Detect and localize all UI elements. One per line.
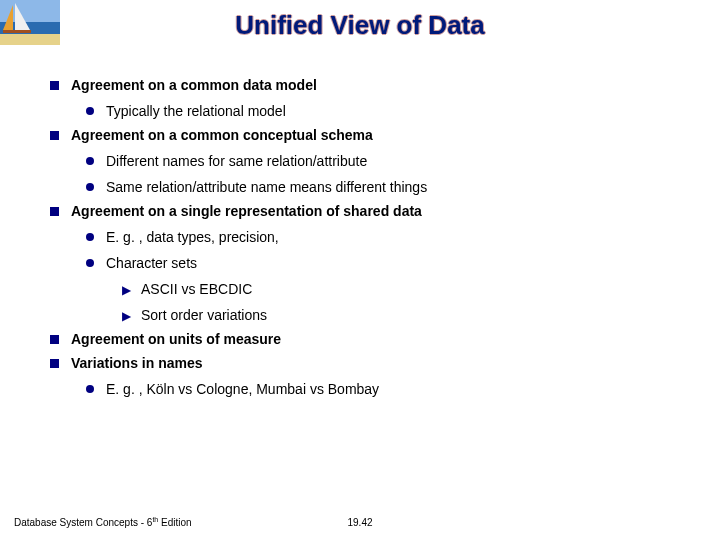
bullet-level1: Agreement on a common data model: [50, 78, 680, 92]
bullet-text: Agreement on units of measure: [71, 332, 281, 346]
round-bullet-icon: [86, 233, 94, 241]
bullet-text: ASCII vs EBCDIC: [141, 282, 252, 296]
slide-title: Unified View of Data: [0, 10, 720, 41]
square-bullet-icon: [50, 359, 59, 368]
bullet-text: Agreement on a common conceptual schema: [71, 128, 373, 142]
round-bullet-icon: [86, 259, 94, 267]
square-bullet-icon: [50, 335, 59, 344]
bullet-text: E. g. , data types, precision,: [106, 230, 279, 244]
slide-content: Agreement on a common data model Typical…: [50, 68, 680, 396]
bullet-text: Agreement on a common data model: [71, 78, 317, 92]
round-bullet-icon: [86, 385, 94, 393]
bullet-text: Typically the relational model: [106, 104, 286, 118]
bullet-level1: Agreement on a common conceptual schema: [50, 128, 680, 142]
bullet-text: Character sets: [106, 256, 197, 270]
bullet-level2: E. g. , data types, precision,: [86, 230, 680, 244]
bullet-level2: Different names for same relation/attrib…: [86, 154, 680, 168]
round-bullet-icon: [86, 183, 94, 191]
triangle-bullet-icon: ▶: [122, 310, 131, 322]
bullet-text: Same relation/attribute name means diffe…: [106, 180, 427, 194]
footer-page-number: 19.42: [0, 517, 720, 528]
bullet-level2: Same relation/attribute name means diffe…: [86, 180, 680, 194]
square-bullet-icon: [50, 131, 59, 140]
bullet-text: Sort order variations: [141, 308, 267, 322]
bullet-text: Agreement on a single representation of …: [71, 204, 422, 218]
square-bullet-icon: [50, 81, 59, 90]
bullet-level2: Typically the relational model: [86, 104, 680, 118]
round-bullet-icon: [86, 107, 94, 115]
bullet-level2: E. g. , Köln vs Cologne, Mumbai vs Bomba…: [86, 382, 680, 396]
bullet-text: Different names for same relation/attrib…: [106, 154, 367, 168]
bullet-level2: Character sets: [86, 256, 680, 270]
square-bullet-icon: [50, 207, 59, 216]
bullet-level1: Agreement on a single representation of …: [50, 204, 680, 218]
bullet-level3: ▶ ASCII vs EBCDIC: [122, 282, 680, 296]
bullet-text: Variations in names: [71, 356, 203, 370]
bullet-text: E. g. , Köln vs Cologne, Mumbai vs Bomba…: [106, 382, 379, 396]
triangle-bullet-icon: ▶: [122, 284, 131, 296]
bullet-level3: ▶ Sort order variations: [122, 308, 680, 322]
round-bullet-icon: [86, 157, 94, 165]
bullet-level1: Variations in names: [50, 356, 680, 370]
bullet-level1: Agreement on units of measure: [50, 332, 680, 346]
